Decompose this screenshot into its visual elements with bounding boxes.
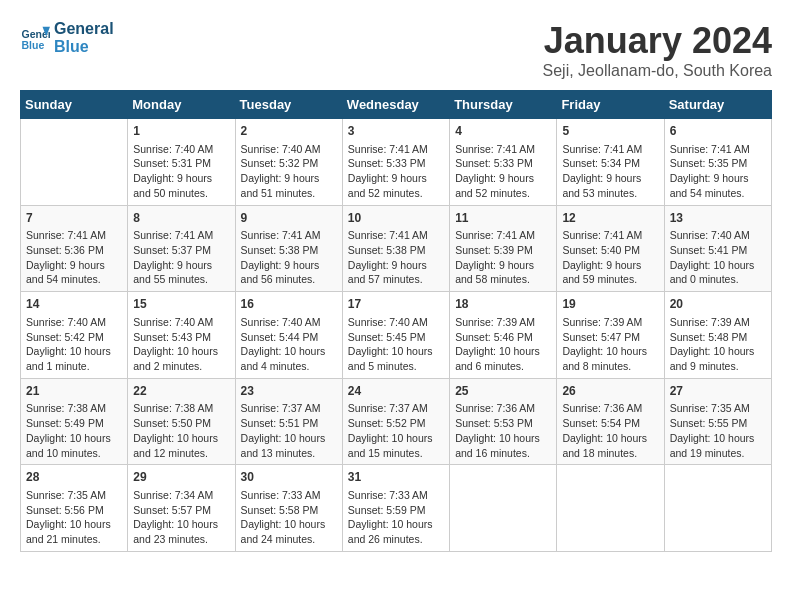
- day-number: 17: [348, 296, 444, 313]
- day-number: 14: [26, 296, 122, 313]
- day-number: 21: [26, 383, 122, 400]
- calendar-body: 1Sunrise: 7:40 AMSunset: 5:31 PMDaylight…: [21, 119, 772, 552]
- day-number: 10: [348, 210, 444, 227]
- calendar-table: Sunday Monday Tuesday Wednesday Thursday…: [20, 90, 772, 552]
- day-info: Sunrise: 7:39 AMSunset: 5:48 PMDaylight:…: [670, 315, 766, 374]
- calendar-cell: 31Sunrise: 7:33 AMSunset: 5:59 PMDayligh…: [342, 465, 449, 552]
- day-number: 11: [455, 210, 551, 227]
- col-tuesday: Tuesday: [235, 91, 342, 119]
- calendar-cell: 30Sunrise: 7:33 AMSunset: 5:58 PMDayligh…: [235, 465, 342, 552]
- calendar-header: Sunday Monday Tuesday Wednesday Thursday…: [21, 91, 772, 119]
- day-info: Sunrise: 7:40 AMSunset: 5:31 PMDaylight:…: [133, 142, 229, 201]
- day-info: Sunrise: 7:39 AMSunset: 5:46 PMDaylight:…: [455, 315, 551, 374]
- logo-line1: General: [54, 20, 114, 38]
- day-info: Sunrise: 7:40 AMSunset: 5:44 PMDaylight:…: [241, 315, 337, 374]
- logo-icon: General Blue: [20, 23, 50, 53]
- col-saturday: Saturday: [664, 91, 771, 119]
- day-number: 26: [562, 383, 658, 400]
- calendar-cell: 9Sunrise: 7:41 AMSunset: 5:38 PMDaylight…: [235, 205, 342, 292]
- calendar-cell: 12Sunrise: 7:41 AMSunset: 5:40 PMDayligh…: [557, 205, 664, 292]
- calendar-cell: 4Sunrise: 7:41 AMSunset: 5:33 PMDaylight…: [450, 119, 557, 206]
- day-number: 12: [562, 210, 658, 227]
- day-info: Sunrise: 7:33 AMSunset: 5:59 PMDaylight:…: [348, 488, 444, 547]
- day-info: Sunrise: 7:40 AMSunset: 5:45 PMDaylight:…: [348, 315, 444, 374]
- calendar-cell: 14Sunrise: 7:40 AMSunset: 5:42 PMDayligh…: [21, 292, 128, 379]
- day-info: Sunrise: 7:40 AMSunset: 5:41 PMDaylight:…: [670, 228, 766, 287]
- calendar-cell: 11Sunrise: 7:41 AMSunset: 5:39 PMDayligh…: [450, 205, 557, 292]
- col-wednesday: Wednesday: [342, 91, 449, 119]
- calendar-cell: 22Sunrise: 7:38 AMSunset: 5:50 PMDayligh…: [128, 378, 235, 465]
- calendar-cell: 25Sunrise: 7:36 AMSunset: 5:53 PMDayligh…: [450, 378, 557, 465]
- day-number: 28: [26, 469, 122, 486]
- col-thursday: Thursday: [450, 91, 557, 119]
- day-info: Sunrise: 7:34 AMSunset: 5:57 PMDaylight:…: [133, 488, 229, 547]
- day-number: 27: [670, 383, 766, 400]
- day-info: Sunrise: 7:35 AMSunset: 5:55 PMDaylight:…: [670, 401, 766, 460]
- day-number: 30: [241, 469, 337, 486]
- day-info: Sunrise: 7:41 AMSunset: 5:40 PMDaylight:…: [562, 228, 658, 287]
- day-number: 22: [133, 383, 229, 400]
- day-number: 25: [455, 383, 551, 400]
- day-info: Sunrise: 7:35 AMSunset: 5:56 PMDaylight:…: [26, 488, 122, 547]
- day-info: Sunrise: 7:38 AMSunset: 5:49 PMDaylight:…: [26, 401, 122, 460]
- col-monday: Monday: [128, 91, 235, 119]
- calendar-cell: 21Sunrise: 7:38 AMSunset: 5:49 PMDayligh…: [21, 378, 128, 465]
- day-number: 20: [670, 296, 766, 313]
- day-info: Sunrise: 7:40 AMSunset: 5:43 PMDaylight:…: [133, 315, 229, 374]
- day-info: Sunrise: 7:41 AMSunset: 5:34 PMDaylight:…: [562, 142, 658, 201]
- day-info: Sunrise: 7:41 AMSunset: 5:38 PMDaylight:…: [241, 228, 337, 287]
- day-number: 3: [348, 123, 444, 140]
- day-number: 31: [348, 469, 444, 486]
- calendar-cell: 20Sunrise: 7:39 AMSunset: 5:48 PMDayligh…: [664, 292, 771, 379]
- day-number: 23: [241, 383, 337, 400]
- calendar-cell: 28Sunrise: 7:35 AMSunset: 5:56 PMDayligh…: [21, 465, 128, 552]
- calendar-cell: [21, 119, 128, 206]
- day-number: 6: [670, 123, 766, 140]
- col-friday: Friday: [557, 91, 664, 119]
- calendar-cell: [664, 465, 771, 552]
- day-number: 19: [562, 296, 658, 313]
- logo-line2: Blue: [54, 38, 114, 56]
- day-info: Sunrise: 7:39 AMSunset: 5:47 PMDaylight:…: [562, 315, 658, 374]
- day-number: 8: [133, 210, 229, 227]
- day-number: 15: [133, 296, 229, 313]
- svg-text:Blue: Blue: [22, 38, 45, 50]
- calendar-cell: 18Sunrise: 7:39 AMSunset: 5:46 PMDayligh…: [450, 292, 557, 379]
- logo: General Blue General Blue: [20, 20, 114, 55]
- day-info: Sunrise: 7:41 AMSunset: 5:35 PMDaylight:…: [670, 142, 766, 201]
- day-info: Sunrise: 7:33 AMSunset: 5:58 PMDaylight:…: [241, 488, 337, 547]
- calendar-cell: 19Sunrise: 7:39 AMSunset: 5:47 PMDayligh…: [557, 292, 664, 379]
- logo-text-block: General Blue: [54, 20, 114, 55]
- calendar-cell: 7Sunrise: 7:41 AMSunset: 5:36 PMDaylight…: [21, 205, 128, 292]
- day-number: 1: [133, 123, 229, 140]
- day-info: Sunrise: 7:38 AMSunset: 5:50 PMDaylight:…: [133, 401, 229, 460]
- calendar-cell: 23Sunrise: 7:37 AMSunset: 5:51 PMDayligh…: [235, 378, 342, 465]
- day-number: 16: [241, 296, 337, 313]
- day-info: Sunrise: 7:41 AMSunset: 5:37 PMDaylight:…: [133, 228, 229, 287]
- calendar-week-0: 1Sunrise: 7:40 AMSunset: 5:31 PMDaylight…: [21, 119, 772, 206]
- day-info: Sunrise: 7:41 AMSunset: 5:33 PMDaylight:…: [348, 142, 444, 201]
- col-sunday: Sunday: [21, 91, 128, 119]
- calendar-cell: 5Sunrise: 7:41 AMSunset: 5:34 PMDaylight…: [557, 119, 664, 206]
- header-row: Sunday Monday Tuesday Wednesday Thursday…: [21, 91, 772, 119]
- day-number: 24: [348, 383, 444, 400]
- calendar-cell: 24Sunrise: 7:37 AMSunset: 5:52 PMDayligh…: [342, 378, 449, 465]
- day-number: 7: [26, 210, 122, 227]
- day-number: 5: [562, 123, 658, 140]
- calendar-cell: 26Sunrise: 7:36 AMSunset: 5:54 PMDayligh…: [557, 378, 664, 465]
- calendar-cell: [557, 465, 664, 552]
- calendar-cell: 17Sunrise: 7:40 AMSunset: 5:45 PMDayligh…: [342, 292, 449, 379]
- calendar-week-2: 14Sunrise: 7:40 AMSunset: 5:42 PMDayligh…: [21, 292, 772, 379]
- calendar-week-1: 7Sunrise: 7:41 AMSunset: 5:36 PMDaylight…: [21, 205, 772, 292]
- day-info: Sunrise: 7:40 AMSunset: 5:42 PMDaylight:…: [26, 315, 122, 374]
- calendar-cell: 27Sunrise: 7:35 AMSunset: 5:55 PMDayligh…: [664, 378, 771, 465]
- day-info: Sunrise: 7:37 AMSunset: 5:51 PMDaylight:…: [241, 401, 337, 460]
- calendar-week-3: 21Sunrise: 7:38 AMSunset: 5:49 PMDayligh…: [21, 378, 772, 465]
- calendar-cell: [450, 465, 557, 552]
- day-info: Sunrise: 7:41 AMSunset: 5:39 PMDaylight:…: [455, 228, 551, 287]
- title-area: January 2024 Seji, Jeollanam-do, South K…: [543, 20, 772, 80]
- day-number: 13: [670, 210, 766, 227]
- day-info: Sunrise: 7:41 AMSunset: 5:33 PMDaylight:…: [455, 142, 551, 201]
- calendar-cell: 2Sunrise: 7:40 AMSunset: 5:32 PMDaylight…: [235, 119, 342, 206]
- day-info: Sunrise: 7:41 AMSunset: 5:38 PMDaylight:…: [348, 228, 444, 287]
